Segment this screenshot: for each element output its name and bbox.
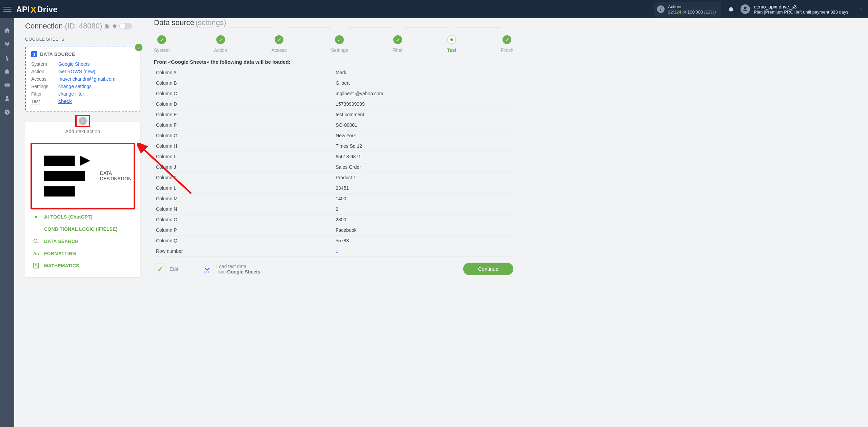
youtube-icon[interactable] <box>4 82 10 88</box>
table-row: Column M1400 <box>154 194 513 204</box>
highlight-box-destination: DATA DESTINATION <box>31 143 135 209</box>
home-icon[interactable] <box>4 27 11 34</box>
table-row: Column HTimes Sq 12 <box>154 141 513 151</box>
opt-data-destination[interactable]: DATA DESTINATION <box>100 170 132 181</box>
google-sheets-label: GOOGLE SHEETS <box>25 37 140 42</box>
step-access[interactable]: Access <box>271 35 287 53</box>
svg-text:?: ? <box>6 110 8 114</box>
add-action-card: + Add next action DATA DESTINATION AI TO… <box>25 122 140 277</box>
data-table: Column AMarkColumn BGilbertColumn Cmgilb… <box>154 67 513 257</box>
add-action-button[interactable]: + <box>79 117 87 125</box>
opt-formatting[interactable]: Aa FORMATTING <box>31 247 135 260</box>
page-subtitle: (settings) <box>196 18 226 27</box>
table-row: Column L23451 <box>154 183 513 194</box>
svg-rect-6 <box>34 263 39 268</box>
from-line: From «Google Sheets» the following data … <box>154 59 513 65</box>
plan-line: Plan |Premium PRO| left until payment 32… <box>754 9 848 15</box>
table-row: Column JSales Order <box>154 162 513 172</box>
continue-button[interactable]: Continue <box>463 263 513 275</box>
card-number: 1 <box>31 51 37 57</box>
table-row: Column FSO-00001 <box>154 120 513 130</box>
table-row: Column Etest comment <box>154 109 513 120</box>
actions-box[interactable]: i Actions: 22'124 of 100'000 (22%) <box>654 2 721 17</box>
edit-label: Edit <box>170 266 178 272</box>
data-source-settings: Data source (settings) System Action Acc… <box>154 18 513 277</box>
table-row: Column GNew York <box>154 130 513 141</box>
search-icon <box>33 238 39 245</box>
menu-icon[interactable] <box>3 5 12 13</box>
load-test-data[interactable]: Load test data from Google Sheets <box>202 264 260 274</box>
svg-text:$: $ <box>6 56 8 61</box>
table-row: Column N2 <box>154 204 513 215</box>
system-link[interactable]: Google Sheets <box>58 61 90 67</box>
logo[interactable]: APIXDrive <box>16 4 58 15</box>
load-line1: Load test data <box>216 264 260 269</box>
table-row: Column Q55783 <box>154 236 513 246</box>
access-link[interactable]: maverickandrii@gmail.com <box>58 76 115 82</box>
doc-icon[interactable] <box>104 23 110 29</box>
table-row: Column AMark <box>154 67 513 78</box>
action-link[interactable]: Get ROWS (new) <box>58 69 95 74</box>
connection-panel: Connection (ID: 48080) GOOGLE SHEETS 1 D… <box>25 18 140 277</box>
load-line2: from Google Sheets <box>216 269 260 274</box>
info-icon: i <box>657 5 665 13</box>
svg-text:Aa: Aa <box>33 251 39 256</box>
math-icon <box>33 262 39 269</box>
page-title: Data source <box>154 18 194 27</box>
tree-icon[interactable] <box>4 41 10 47</box>
table-row: Column I65618-9871 <box>154 151 513 162</box>
formatting-icon: Aa <box>33 250 39 257</box>
topbar: APIXDrive i Actions: 22'124 of 100'000 (… <box>0 0 868 18</box>
actions-label: Actions: <box>668 4 716 9</box>
help-icon[interactable]: ? <box>4 109 10 115</box>
chevron-down-icon[interactable] <box>859 7 863 12</box>
connection-id: (ID: 48080) <box>65 22 102 30</box>
connection-title: Connection <box>25 22 63 30</box>
download-icon <box>202 264 212 274</box>
bell-icon[interactable] <box>728 6 734 13</box>
opt-mathematics[interactable]: MATHEMATICS <box>31 260 135 272</box>
destination-icon <box>34 145 95 207</box>
table-row: Column KProduct 1 <box>154 172 513 183</box>
table-row: Column D15739999999 <box>154 99 513 109</box>
table-row: Column BGilbert <box>154 78 513 88</box>
opt-ai-tools[interactable]: AI TOOLS (ChatGPT) <box>31 211 135 223</box>
table-row: Column Cmgilbert1@yahoo.com <box>154 88 513 99</box>
gear-icon[interactable] <box>112 23 117 29</box>
svg-point-4 <box>34 239 37 242</box>
table-row: Column O2800 <box>154 215 513 225</box>
opt-data-search[interactable]: DATA SEARCH <box>31 235 135 247</box>
avatar <box>741 4 750 14</box>
svg-point-3 <box>35 216 37 218</box>
ai-icon <box>33 214 39 220</box>
dollar-icon[interactable]: $ <box>4 55 10 61</box>
check-icon <box>135 44 142 51</box>
branch-icon <box>33 226 39 232</box>
step-finish[interactable]: Finish <box>501 35 513 53</box>
opt-conditional[interactable]: CONDITIONAL LOGIC (IF/ELSE) <box>31 223 135 235</box>
user-icon[interactable] <box>4 96 10 102</box>
user-box[interactable]: demo_apix-drive_s3 Plan |Premium PRO| le… <box>741 4 863 15</box>
step-settings[interactable]: Settings <box>331 35 348 53</box>
table-row: Row number1 <box>154 246 513 257</box>
stepper: System Action Access Settings Filter Tes… <box>154 35 513 53</box>
add-action-title: Add next action <box>31 128 135 134</box>
test-link[interactable]: check <box>58 99 72 104</box>
briefcase-icon[interactable] <box>4 68 10 75</box>
actions-value: 22'124 of 100'000 (22%) <box>668 9 716 15</box>
edit-button[interactable] <box>154 263 166 275</box>
username: demo_apix-drive_s3 <box>754 4 848 9</box>
step-system[interactable]: System <box>154 35 170 53</box>
step-test[interactable]: Test <box>447 35 456 53</box>
settings-link[interactable]: change settings <box>58 84 92 89</box>
connection-toggle[interactable] <box>119 23 132 29</box>
step-action[interactable]: Action <box>214 35 227 53</box>
card-title: DATA SOURCE <box>40 52 75 57</box>
step-filter[interactable]: Filter <box>392 35 403 53</box>
left-rail: $ ? <box>0 18 14 427</box>
data-source-card[interactable]: 1 DATA SOURCE SystemGoogle Sheets Action… <box>25 46 140 111</box>
table-row: Column PFacebook <box>154 225 513 236</box>
filter-link[interactable]: change filter <box>58 91 84 97</box>
